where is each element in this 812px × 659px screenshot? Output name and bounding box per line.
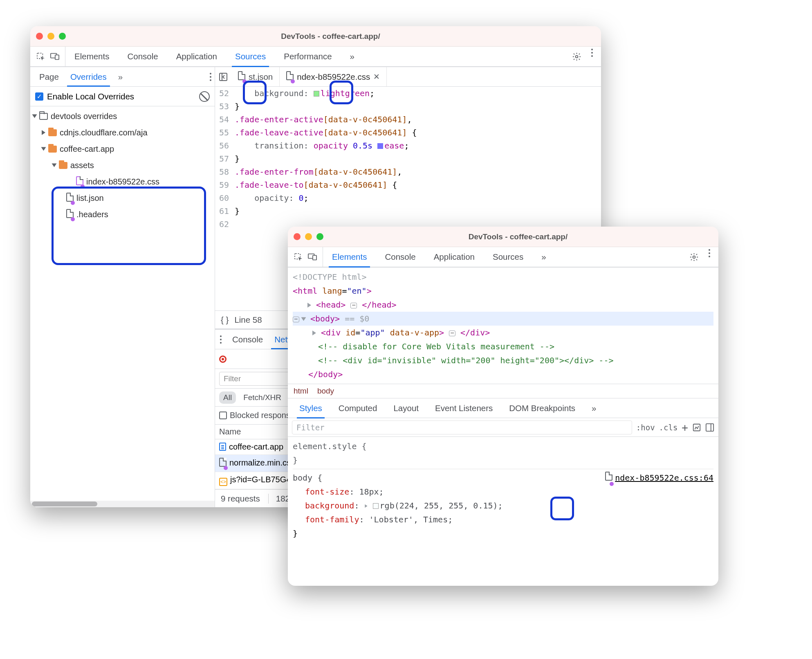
chip-fetchxhr[interactable]: Fetch/XHR: [239, 391, 285, 404]
tab-console[interactable]: Console: [118, 47, 167, 66]
device-toggle-icon[interactable]: [50, 53, 59, 60]
styles-filter-input[interactable]: Filter: [292, 421, 632, 434]
tab-sources[interactable]: Sources: [226, 47, 275, 66]
breadcrumb[interactable]: html body: [288, 384, 718, 398]
subtab-page[interactable]: Page: [34, 67, 65, 86]
crumb-html[interactable]: html: [294, 387, 308, 396]
annotation-ring: [330, 81, 353, 104]
tree-folder-root[interactable]: devtools overrides: [30, 108, 215, 124]
traffic-lights[interactable]: [294, 233, 323, 240]
toggle-navigator-icon[interactable]: [215, 67, 231, 86]
computed-styles-icon[interactable]: [692, 423, 701, 432]
close-icon[interactable]: [294, 233, 301, 240]
record-icon[interactable]: [219, 355, 227, 363]
cls-toggle[interactable]: .cls: [659, 423, 678, 432]
devtools-main-tabs-2: Elements Console Application Sources »: [288, 247, 718, 268]
svg-rect-13: [706, 423, 713, 431]
new-style-rule-icon[interactable]: +: [682, 421, 688, 434]
device-toggle-icon[interactable]: [308, 253, 317, 261]
traffic-lights[interactable]: [36, 33, 66, 40]
tree-folder-assets[interactable]: assets: [30, 157, 215, 173]
hov-toggle[interactable]: :hov: [636, 423, 655, 432]
tab-elements[interactable]: Elements: [323, 247, 376, 267]
menu-icon[interactable]: [591, 52, 593, 54]
tab-styles[interactable]: Styles: [291, 398, 330, 418]
crumb-body[interactable]: body: [317, 387, 334, 396]
close-icon[interactable]: [36, 33, 43, 40]
easing-icon[interactable]: [377, 143, 383, 149]
sidebar-scrollbar[interactable]: [30, 501, 215, 507]
annotation-ring: [243, 81, 267, 104]
tab-sources[interactable]: Sources: [484, 247, 532, 267]
overrides-tree: devtools overrides cdnjs.cloudflare.com/…: [30, 106, 215, 501]
tab-layout[interactable]: Layout: [385, 398, 427, 418]
color-swatch-icon[interactable]: [373, 503, 379, 509]
navigator-tabs: Page Overrides »: [30, 67, 215, 87]
document-icon: [219, 443, 226, 451]
minimize-icon[interactable]: [47, 33, 54, 40]
subtabs-overflow[interactable]: »: [112, 72, 127, 82]
drawer-menu-icon[interactable]: [220, 339, 222, 340]
inspect-icon[interactable]: [294, 252, 303, 262]
tab-application[interactable]: Application: [167, 47, 226, 66]
chip-all[interactable]: All: [219, 391, 236, 404]
source-link[interactable]: ndex-b859522e.css:64: [615, 471, 713, 485]
gear-icon[interactable]: [572, 52, 581, 61]
toggle-sidebar-icon[interactable]: [705, 423, 714, 432]
svg-rect-10: [313, 255, 316, 260]
color-swatch-icon[interactable]: [314, 91, 319, 97]
window-title: DevTools - coffee-cart.app/: [323, 232, 713, 241]
svg-point-3: [576, 55, 578, 58]
tabs-overflow[interactable]: »: [532, 247, 553, 267]
zoom-icon[interactable]: [59, 33, 66, 40]
subtab-overrides[interactable]: Overrides: [65, 67, 112, 86]
svg-point-11: [693, 256, 695, 258]
annotation-ring: [550, 497, 574, 520]
tab-event-listeners[interactable]: Event Listeners: [427, 398, 501, 418]
devtools-main-tabs: Elements Console Application Sources Per…: [30, 47, 601, 67]
inspect-icon[interactable]: [36, 52, 45, 61]
pretty-print-icon[interactable]: { }: [221, 315, 229, 325]
zoom-icon[interactable]: [316, 233, 323, 240]
script-icon: <>: [219, 478, 227, 486]
enable-overrides-checkbox[interactable]: ✓: [35, 92, 43, 101]
cursor-position: Line 58: [234, 315, 262, 325]
window2-titlebar[interactable]: DevTools - coffee-cart.app/: [288, 227, 718, 247]
styles-pane[interactable]: element.style { } body { ndex-b859522e.c…: [288, 437, 718, 543]
drawer-tab-console[interactable]: Console: [227, 330, 269, 349]
tab-performance[interactable]: Performance: [275, 47, 341, 66]
menu-icon[interactable]: [709, 252, 710, 254]
window-title: DevTools - coffee-cart.app/: [66, 32, 595, 41]
tab-console[interactable]: Console: [376, 247, 424, 267]
svg-rect-2: [55, 55, 59, 59]
clear-overrides-icon[interactable]: [199, 91, 210, 102]
tabs-overflow[interactable]: »: [341, 47, 362, 66]
annotation-ring: [52, 187, 206, 265]
tab-dom-breakpoints[interactable]: DOM Breakpoints: [501, 398, 583, 418]
gear-icon[interactable]: [689, 252, 699, 262]
tree-folder-cdnjs[interactable]: cdnjs.cloudflare.com/aja: [30, 124, 215, 141]
tab-elements[interactable]: Elements: [65, 47, 118, 66]
tree-folder-coffeecart[interactable]: coffee-cart.app: [30, 141, 215, 157]
window1-titlebar[interactable]: DevTools - coffee-cart.app/: [30, 26, 601, 47]
enable-overrides-label: Enable Local Overrides: [47, 92, 134, 101]
minimize-icon[interactable]: [305, 233, 312, 240]
dom-tree[interactable]: <!DOCTYPE html> <html lang="en"> <head> …: [288, 268, 718, 384]
tab-computed[interactable]: Computed: [330, 398, 386, 418]
tabs-overflow[interactable]: »: [583, 398, 603, 418]
tab-application[interactable]: Application: [425, 247, 484, 267]
navigator-menu-icon[interactable]: [210, 76, 211, 78]
close-tab-icon[interactable]: ✕: [373, 72, 380, 81]
